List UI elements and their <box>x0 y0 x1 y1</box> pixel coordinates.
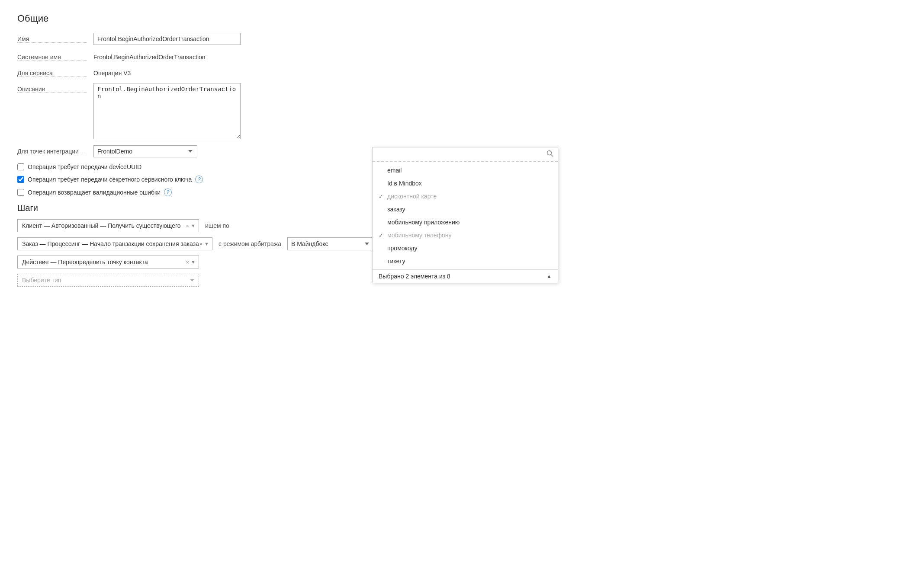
page-title: Общие <box>17 13 883 24</box>
step2-actions: × ▼ <box>199 241 209 247</box>
dropdown-item-6[interactable]: промокоду <box>373 242 558 255</box>
step1-label: ищем по <box>205 222 229 229</box>
name-row: Имя <box>17 33 883 45</box>
dropdown-item-label-7: тикету <box>387 258 405 265</box>
help-icon-3[interactable]: ? <box>164 189 172 196</box>
dropdown-item-label-4: мобильному приложению <box>387 219 460 226</box>
checkbox1-label: Операция требует передачи deviceUUID <box>28 163 141 170</box>
dropdown-item-2: ✓дисконтной карте <box>373 190 558 203</box>
step3-arrow[interactable]: ▼ <box>191 259 196 265</box>
step2-select[interactable]: Заказ — Процессинг — Начало транзакции с… <box>17 237 212 250</box>
dropdown-search-container <box>373 147 558 162</box>
integration-label: Для точек интеграции <box>17 145 87 155</box>
help-icon-2[interactable]: ? <box>195 176 203 183</box>
search-dropdown: emailId в Mindbox✓дисконтной картезаказу… <box>372 147 558 283</box>
svg-line-1 <box>551 155 553 157</box>
step3-select[interactable]: Действие — Переопределить точку контакта <box>17 256 199 268</box>
search-icon <box>546 150 553 159</box>
system-name-value: Frontol.BeginAuthorizedOrderTransaction <box>93 51 206 61</box>
service-row: Для сервиса Операция V3 <box>17 67 883 77</box>
step2-label: с режимом арбитража <box>219 240 281 247</box>
step2-container: Заказ — Процессинг — Начало транзакции с… <box>17 237 212 250</box>
integration-select[interactable]: FrontolDemo <box>93 145 197 157</box>
dropdown-item-4[interactable]: мобильному приложению <box>373 216 558 229</box>
checkbox2[interactable] <box>17 176 24 183</box>
dropdown-collapse-icon[interactable]: ▲ <box>546 273 552 279</box>
dropdown-item-label-0: email <box>387 167 402 174</box>
system-name-label: Системное имя <box>17 51 87 61</box>
step1-clear[interactable]: × <box>186 223 190 229</box>
step1-arrow[interactable]: ▼ <box>191 223 196 228</box>
check-mark-5: ✓ <box>379 232 385 239</box>
dropdown-footer: Выбрано 2 элемента из 8 ▲ <box>373 269 558 283</box>
step1-actions: × ▼ <box>186 223 196 229</box>
name-input[interactable] <box>93 33 241 45</box>
dropdown-item-label-1: Id в Mindbox <box>387 180 422 187</box>
step2-arrow[interactable]: ▼ <box>204 241 209 246</box>
step3-container: Действие — Переопределить точку контакта… <box>17 256 199 268</box>
checkbox3[interactable] <box>17 189 24 196</box>
dropdown-item-7[interactable]: тикету <box>373 255 558 268</box>
checkbox1[interactable] <box>17 163 24 170</box>
dropdown-item-label-5: мобильному телефону <box>387 232 451 239</box>
dropdown-search-input[interactable] <box>377 151 546 158</box>
name-label: Имя <box>17 33 87 43</box>
service-value: Операция V3 <box>93 67 131 77</box>
step3-clear[interactable]: × <box>186 259 190 265</box>
dropdown-item-3[interactable]: заказу <box>373 203 558 216</box>
dropdown-item-5: ✓мобильному телефону <box>373 229 558 242</box>
dropdown-item-label-2: дисконтной карте <box>387 193 437 200</box>
description-row: Описание Frontol.BeginAuthorizedOrderTra… <box>17 83 883 139</box>
step1-select[interactable]: Клиент — Авторизованный — Получить сущес… <box>17 219 199 232</box>
checkbox2-label: Операция требует передачи секретного сер… <box>28 176 192 183</box>
description-label: Описание <box>17 83 87 93</box>
add-step-select[interactable]: Выберите тип <box>17 274 199 287</box>
system-name-row: Системное имя Frontol.BeginAuthorizedOrd… <box>17 51 883 61</box>
dropdown-item-label-6: промокоду <box>387 245 418 252</box>
step2-clear[interactable]: × <box>199 241 203 247</box>
step1-container: Клиент — Авторизованный — Получить сущес… <box>17 219 199 232</box>
dropdown-footer-text: Выбрано 2 элемента из 8 <box>379 273 450 280</box>
dropdown-item-label-3: заказу <box>387 206 405 213</box>
dropdown-item-0[interactable]: email <box>373 164 558 177</box>
check-mark-2: ✓ <box>379 193 385 200</box>
dropdown-item-1[interactable]: Id в Mindbox <box>373 177 558 190</box>
checkbox3-label: Операция возвращает валидационные ошибки <box>28 189 161 196</box>
service-label: Для сервиса <box>17 67 87 77</box>
arbitrage-select[interactable]: В Майндбокс <box>287 237 374 250</box>
dropdown-list: emailId в Mindbox✓дисконтной картезаказу… <box>373 162 558 269</box>
description-textarea[interactable]: Frontol.BeginAuthorizedOrderTransaction <box>93 83 241 139</box>
step3-actions: × ▼ <box>186 259 196 265</box>
